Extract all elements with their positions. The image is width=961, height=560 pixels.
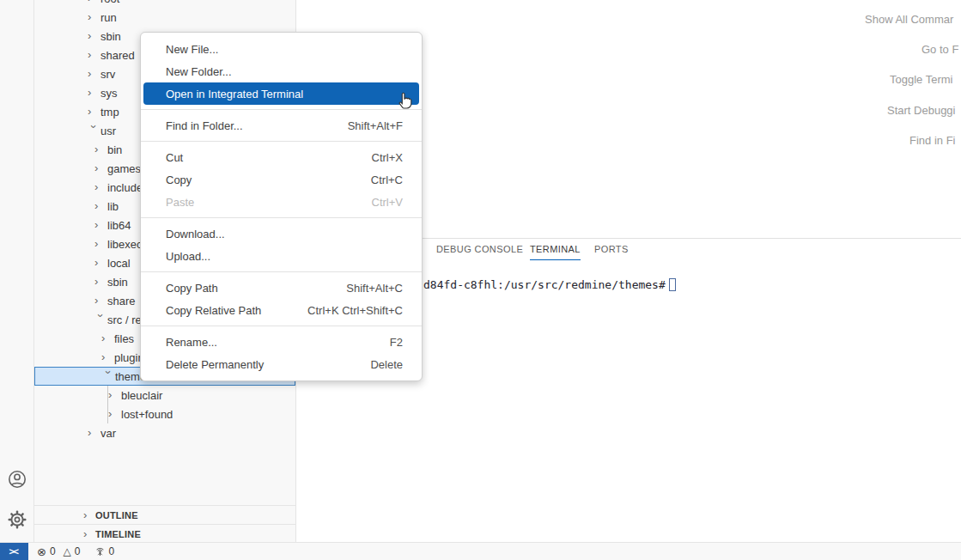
- chevron-down-icon: ›: [91, 313, 110, 326]
- warning-count: 0: [75, 545, 81, 557]
- section-label: OUTLINE: [95, 510, 138, 520]
- tree-item-var[interactable]: ›var: [34, 423, 295, 442]
- broadcast-icon: [94, 546, 106, 557]
- tree-item-label: lib: [107, 200, 119, 213]
- terminal-prompt-line[interactable]: d84fd-c8fhl:/usr/src/redmine/themes#: [423, 278, 676, 291]
- tree-item-run[interactable]: ›run: [34, 8, 295, 27]
- tree-item-label: shared: [100, 49, 135, 62]
- chevron-right-icon: ›: [94, 197, 107, 216]
- tree-item-label: srv: [100, 68, 115, 81]
- gear-icon[interactable]: [7, 509, 27, 530]
- menu-item-find-in-folder[interactable]: Find in Folder...Shift+Alt+F: [141, 114, 422, 137]
- watermark-find-in-files: Find in Fi: [909, 134, 955, 147]
- tree-item-label: lib64: [107, 219, 131, 232]
- menu-item-new-folder[interactable]: New Folder...: [141, 60, 422, 82]
- tab-debug-console[interactable]: DEBUG CONSOLE: [436, 239, 523, 260]
- chevron-right-icon: ›: [94, 253, 107, 272]
- menu-item-delete-permanently[interactable]: Delete PermanentlyDelete: [141, 353, 422, 375]
- chevron-right-icon: ›: [108, 405, 121, 423]
- tree-item-label: games: [107, 162, 141, 175]
- menu-item-rename[interactable]: Rename...F2: [141, 331, 422, 353]
- menu-separator: [141, 271, 422, 272]
- tree-item-label: include: [107, 181, 143, 194]
- chevron-right-icon: ›: [88, 46, 100, 64]
- tab-terminal[interactable]: TERMINAL: [530, 239, 581, 260]
- watermark-start-debugging: Start Debuggi: [887, 104, 956, 117]
- tree-item-label: run: [100, 11, 117, 24]
- chevron-right-icon: ›: [88, 8, 100, 27]
- hand-cursor-icon: [396, 88, 417, 111]
- error-count: 0: [50, 545, 56, 557]
- account-icon[interactable]: [7, 469, 27, 490]
- ports-status[interactable]: 0: [94, 545, 115, 557]
- chevron-right-icon: ›: [94, 140, 107, 159]
- tree-item-label: var: [100, 427, 116, 440]
- chevron-right-icon: ›: [101, 348, 114, 367]
- remote-indicator[interactable]: ><: [0, 543, 28, 560]
- menu-shortcut: Shift+Alt+C: [346, 282, 403, 295]
- menu-shortcut: Ctrl+K Ctrl+Shift+C: [307, 304, 403, 317]
- menu-shortcut: Delete: [370, 358, 403, 371]
- menu-item-new-file[interactable]: New File...: [141, 38, 422, 60]
- menu-item-label: Copy Relative Path: [166, 304, 261, 317]
- tree-item-label: lost+found: [121, 408, 173, 421]
- chevron-right-icon: ›: [88, 27, 100, 46]
- menu-separator: [141, 141, 422, 142]
- menu-item-label: Copy Path: [166, 282, 218, 295]
- watermark-go-to-file: Go to F: [921, 43, 958, 56]
- chevron-right-icon: ›: [94, 272, 107, 291]
- tab-ports[interactable]: PORTS: [594, 239, 629, 260]
- tree-item-lost-found[interactable]: ›lost+found: [34, 405, 295, 423]
- vscode-window: ›root ›run ›sbin ›shared ›srv ›sys ›tmp …: [0, 0, 961, 560]
- tree-item-label: libexec: [107, 238, 142, 251]
- menu-item-label: New Folder...: [166, 65, 232, 78]
- terminal-prompt-text: d84fd-c8fhl:/usr/src/redmine/themes#: [423, 278, 666, 291]
- chevron-right-icon: ›: [83, 525, 95, 543]
- chevron-right-icon: ›: [88, 64, 100, 83]
- outline-section-header[interactable]: ›OUTLINE: [34, 505, 295, 524]
- tree-item-label: sys: [100, 87, 118, 100]
- problems-status[interactable]: ⊗ 0 △ 0: [37, 545, 81, 557]
- menu-item-label: Rename...: [166, 336, 217, 349]
- chevron-down-icon: ›: [99, 370, 118, 383]
- tree-item-label: bin: [107, 143, 122, 156]
- tree-item-label: sbin: [107, 276, 128, 289]
- menu-item-copy-path[interactable]: Copy PathShift+Alt+C: [141, 277, 422, 299]
- tree-item-bleuclair[interactable]: ›bleuclair: [34, 386, 295, 405]
- menu-item-copy[interactable]: CopyCtrl+C: [141, 168, 422, 191]
- menu-separator: [141, 326, 422, 326]
- chevron-right-icon: ›: [88, 83, 100, 102]
- chevron-right-icon: ›: [94, 234, 107, 253]
- status-bar: >< ⊗ 0 △ 0 0: [0, 542, 961, 560]
- menu-item-label: Delete Permanently: [166, 358, 264, 371]
- tree-item-label: sbin: [100, 30, 121, 43]
- menu-shortcut: Ctrl+V: [372, 196, 403, 209]
- menu-item-copy-relative-path[interactable]: Copy Relative PathCtrl+K Ctrl+Shift+C: [141, 299, 422, 321]
- menu-item-label: Find in Folder...: [166, 119, 243, 132]
- activity-bar: [0, 0, 34, 542]
- timeline-section-header[interactable]: ›TIMELINE: [34, 524, 295, 542]
- terminal-cursor: [669, 278, 676, 291]
- menu-shortcut: Ctrl+X: [372, 151, 403, 164]
- tree-item-label: files: [114, 332, 134, 345]
- menu-item-download[interactable]: Download...: [141, 222, 422, 245]
- menu-item-label: Cut: [166, 151, 183, 164]
- menu-shortcut: F2: [390, 336, 403, 349]
- chevron-right-icon: ›: [88, 102, 100, 121]
- chevron-down-icon: ›: [84, 125, 103, 137]
- context-menu: New File... New Folder... Open in Integr…: [140, 32, 423, 381]
- chevron-right-icon: ›: [83, 506, 95, 525]
- tree-item-root[interactable]: ›root: [34, 0, 295, 8]
- chevron-right-icon: ›: [94, 159, 107, 178]
- chevron-right-icon: ›: [101, 329, 114, 348]
- menu-item-cut[interactable]: CutCtrl+X: [141, 146, 422, 168]
- error-icon: ⊗: [37, 546, 46, 557]
- menu-separator: [141, 109, 422, 110]
- menu-item-upload[interactable]: Upload...: [141, 245, 422, 267]
- menu-item-label: Paste: [166, 196, 194, 209]
- menu-item-label: Download...: [166, 228, 225, 240]
- tree-item-label: bleuclair: [121, 389, 162, 402]
- menu-item-open-in-integrated-terminal[interactable]: Open in Integrated Terminal: [143, 82, 419, 105]
- menu-item-paste: PasteCtrl+V: [141, 191, 422, 213]
- menu-item-label: New File...: [166, 43, 218, 56]
